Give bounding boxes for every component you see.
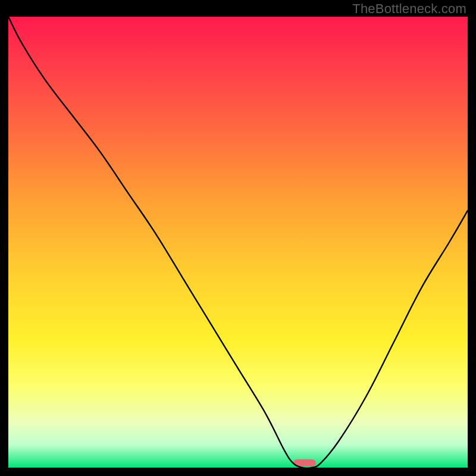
watermark-text: TheBottleneck.com: [352, 1, 466, 17]
chart-frame: TheBottleneck.com: [0, 0, 476, 476]
curve-path: [8, 17, 468, 468]
plot-area: [8, 17, 468, 468]
bottleneck-curve: [8, 17, 468, 468]
